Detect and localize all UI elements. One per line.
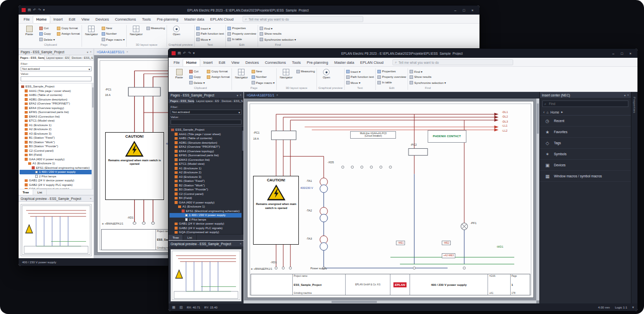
close-panel-icon[interactable]: ×	[90, 197, 92, 200]
insert-center-item[interactable]: ★ Favorites	[540, 127, 631, 138]
close-button[interactable]: ×	[468, 7, 476, 14]
tree-item[interactable]: AAB1 (Table of contents)	[170, 136, 244, 141]
number-button[interactable]: Number	[252, 74, 275, 79]
page-macro-button[interactable]: Page macro ▾	[102, 37, 125, 42]
close-panel-icon[interactable]: ×	[627, 93, 629, 96]
close-panel-icon[interactable]: ×	[90, 50, 92, 53]
home-icon[interactable]: ⌂	[546, 111, 548, 114]
dock-tab[interactable]: Layout space - ESS_Sa...	[195, 98, 220, 103]
show-results-button[interactable]: Show results	[260, 31, 296, 36]
tree-item[interactable]: 2 Pilot lamps	[20, 174, 94, 179]
properties-dock-tab[interactable]: Properties	[633, 97, 636, 113]
dock-tab[interactable]: Pages - ESS_Sample_P...	[19, 55, 45, 60]
cut-button[interactable]: Cut	[189, 69, 205, 74]
snap-toggle-icon[interactable]: ▧	[180, 305, 183, 309]
new-page-button[interactable]: New	[102, 26, 125, 31]
tree-item[interactable]: ETC1 (Model view)	[170, 162, 244, 166]
maximize-button[interactable]: □	[618, 50, 626, 57]
filter-value-input[interactable]	[21, 76, 92, 81]
menu-icon[interactable]: ▤	[28, 8, 31, 12]
close-panel-icon[interactable]: ×	[239, 93, 242, 96]
ribbon-tab[interactable]: Connections	[112, 16, 139, 23]
tree-scrollbar[interactable]	[242, 127, 244, 234]
ribbon-tab[interactable]: Tools	[139, 16, 154, 23]
ribbon-tab[interactable]: File	[21, 16, 33, 23]
insert-center-search[interactable]: ⌕	[542, 100, 628, 107]
tree-item[interactable]: GAB1 (24 V device power supply)	[170, 222, 244, 226]
insert-center-item[interactable]: ▦ Window macros / symbol macros	[540, 171, 631, 182]
copy-format-button[interactable]: Copy format	[57, 26, 80, 31]
assign-format-button[interactable]: Assign format	[207, 74, 230, 79]
tree-item[interactable]: B1 (Station "Feed")	[20, 136, 94, 140]
ribbon-tab[interactable]: Home	[183, 59, 200, 66]
view-tab[interactable]: List	[183, 235, 196, 240]
insert-center-item[interactable]: ◇ Tags	[540, 138, 631, 149]
tree-item[interactable]: B3 (Station "Provide")	[20, 144, 94, 149]
insert-text-button[interactable]: Insert ▾	[346, 69, 374, 74]
ribbon-tab[interactable]: Master data	[331, 59, 357, 66]
tree-item[interactable]: EMA3 (Connection list)	[170, 158, 244, 162]
filter-value-input[interactable]	[171, 120, 242, 125]
minimize-button[interactable]: –	[451, 7, 459, 14]
close-tab-icon[interactable]: ×	[276, 93, 278, 96]
dock-tab[interactable]: Devices - ESS_Samp...	[70, 55, 94, 60]
layout-navigator-button[interactable]: Navigator	[128, 24, 144, 36]
copy-button[interactable]: Copy	[39, 31, 55, 36]
redo-icon[interactable]: ↷	[38, 8, 41, 12]
chevron-down-icon[interactable]: ▾	[632, 305, 634, 309]
view-tab[interactable]: List	[33, 189, 46, 195]
in-table-button[interactable]: In table	[227, 37, 256, 42]
insert-center-item[interactable]: ✶ Symbols	[540, 149, 631, 160]
tree-item[interactable]: ESS_Sample_Project	[170, 128, 244, 132]
tree-item[interactable]: ADB1 (Structure description)	[20, 97, 94, 102]
tree-item[interactable]: EFS1 (Electrical engineering schematic)	[170, 209, 244, 214]
dock-tab[interactable]: Pages - ESS_Sample_P...	[169, 98, 195, 103]
number-button[interactable]: Number	[102, 31, 125, 36]
ribbon-tab[interactable]: View	[78, 16, 93, 23]
insert-center-search-input[interactable]	[548, 101, 626, 106]
move-button[interactable]: Move ▾	[346, 80, 374, 85]
tree-item[interactable]: AAA1 (Title page / cover sheet)	[170, 132, 244, 137]
ribbon-tab[interactable]: Devices	[243, 59, 262, 66]
tree-item[interactable]: GAB1 (24 V device power supply)	[20, 178, 94, 183]
filter-select[interactable]: Not activated ▾	[171, 110, 242, 115]
pin-icon[interactable]: ▾	[624, 93, 625, 97]
tree-item[interactable]: B2 (Station "Work")	[20, 140, 94, 145]
pin-icon[interactable]: ▾	[87, 50, 88, 54]
ribbon-tab[interactable]: Insert	[200, 59, 216, 66]
synchronize-selection-button[interactable]: Synchronize selection ▾	[410, 80, 446, 85]
tree-item[interactable]: A1 (Enclosure 1)	[20, 161, 94, 166]
view-tab[interactable]: Tree	[19, 189, 33, 195]
tree-item[interactable]: A1 (Enclosure 1)	[20, 123, 94, 128]
move-button[interactable]: Move ▾	[196, 37, 224, 42]
tree-item[interactable]: 1 400 / 230 V power supply	[20, 170, 94, 174]
ribbon-tab[interactable]: Tools	[289, 59, 304, 66]
tree-item[interactable]: C2 (Control panel)	[170, 192, 244, 196]
insert-center-item[interactable]: ◷ Recent	[540, 116, 631, 127]
property-overview-button[interactable]: Property overview	[377, 74, 406, 79]
filter-select[interactable]: Not activated ▾	[21, 66, 92, 71]
back-icon[interactable]: ‹	[543, 111, 544, 114]
tree-item[interactable]: EFM1 (Summarized parts list)	[170, 153, 244, 158]
tree-item[interactable]: EFA2 (Overview "PROFINET")	[20, 101, 94, 106]
tree-item[interactable]: 1 400 / 230 V power supply	[170, 213, 244, 218]
paste-button[interactable]: Paste	[171, 67, 187, 79]
tree-item[interactable]: EFA4 (Overview topology)	[20, 106, 94, 111]
tree-item[interactable]: A3 (Enclosure 3)	[20, 132, 94, 136]
grid-toggle-icon[interactable]: ▦	[172, 305, 176, 309]
tree-item[interactable]: EFS1 (Electrical engineering schematic)	[20, 166, 94, 170]
menu-icon[interactable]: ▤	[178, 51, 181, 55]
close-tab-icon[interactable]: ×	[126, 50, 128, 53]
redo-icon[interactable]: ↷	[188, 51, 191, 55]
ribbon-tab[interactable]: Devices	[93, 16, 112, 23]
ribbon-tab[interactable]: EPLAN Cloud	[207, 16, 236, 23]
paste-button[interactable]: Paste	[21, 24, 37, 36]
ribbon-tab[interactable]: Pre-planning	[154, 16, 182, 23]
undo-icon[interactable]: ↶	[183, 51, 186, 55]
tree-item[interactable]: GQA (Compressed air supply)	[20, 187, 94, 189]
tree-item[interactable]: B4 (Field)	[170, 196, 244, 200]
tree-item[interactable]: A2 (Enclosure 2)	[170, 170, 244, 175]
tellme-search[interactable]: ⌕ Tell me what you want to do	[243, 16, 363, 22]
insert-text-button[interactable]: Insert ▾	[196, 26, 224, 31]
copy-button[interactable]: Copy	[189, 74, 205, 79]
